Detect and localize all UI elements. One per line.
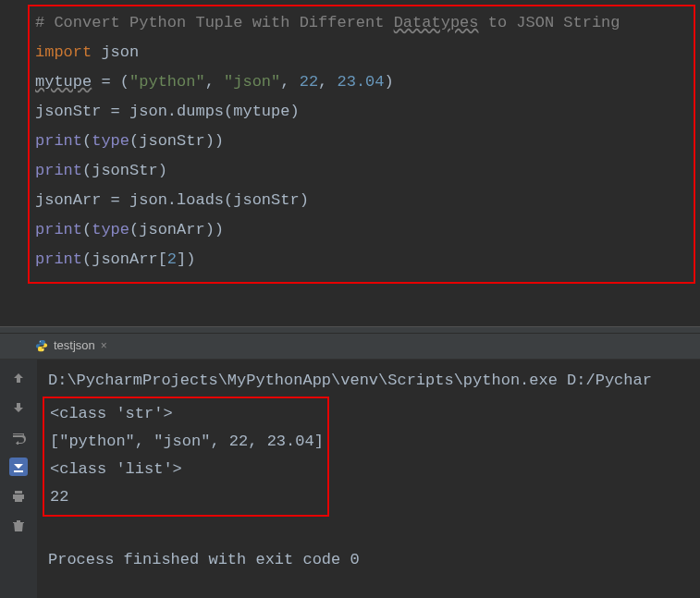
var-name: mytupe xyxy=(35,73,92,91)
code-line[interactable]: # Convert Python Tuple with Different Da… xyxy=(35,8,688,38)
builtin-type: type xyxy=(92,221,129,238)
method-call: json.dumps xyxy=(129,103,224,120)
editor-area: # Convert Python Tuple with Different Da… xyxy=(0,0,700,326)
string-literal: "python" xyxy=(129,73,205,91)
command-line: D:\PycharmProjects\MyPythonApp\venv\Scri… xyxy=(48,367,693,395)
console-output[interactable]: D:\PycharmProjects\MyPythonApp\venv\Scri… xyxy=(37,360,700,598)
code-line[interactable]: mytupe = ("python", "json", 22, 23.04) xyxy=(35,67,688,97)
run-tab-label: testjson xyxy=(54,338,95,352)
run-tab-testjson[interactable]: testjson × xyxy=(28,336,115,357)
code-line[interactable]: print(type(jsonArr)) xyxy=(35,215,688,245)
code-line[interactable]: print(jsonArr[2]) xyxy=(35,245,688,275)
scroll-to-end-icon[interactable] xyxy=(9,458,28,476)
panel-divider[interactable] xyxy=(0,326,700,334)
builtin-print: print xyxy=(35,132,82,150)
comment-text: # Convert Python Tuple with Different Da… xyxy=(35,14,620,31)
number-literal: 22 xyxy=(300,73,318,91)
builtin-print: print xyxy=(35,221,82,238)
builtin-print: print xyxy=(35,162,82,179)
code-line[interactable]: jsonStr = json.dumps(mytupe) xyxy=(35,97,688,127)
run-body: D:\PycharmProjects\MyPythonApp\venv\Scri… xyxy=(0,360,700,598)
module-name: json xyxy=(92,43,139,61)
output-line: ["python", "json", 22, 23.04] xyxy=(50,428,322,456)
output-highlight-box: <class 'str'> ["python", "json", 22, 23.… xyxy=(43,397,329,517)
blank-line xyxy=(48,519,693,546)
code-line[interactable]: import json xyxy=(35,38,688,67)
output-line: <class 'list'> xyxy=(50,456,322,483)
code-line[interactable]: print(jsonStr) xyxy=(35,156,688,186)
print-icon[interactable] xyxy=(9,487,28,506)
code-line[interactable]: print(type(jsonStr)) xyxy=(35,127,688,156)
exit-line: Process finished with exit code 0 xyxy=(48,546,693,574)
scroll-down-icon[interactable] xyxy=(9,398,28,417)
python-file-icon xyxy=(35,339,48,352)
builtin-type: type xyxy=(92,132,129,150)
output-line: <class 'str'> xyxy=(50,400,322,428)
svg-point-1 xyxy=(43,349,43,350)
builtin-print: print xyxy=(35,250,82,268)
code-highlight-box: # Convert Python Tuple with Different Da… xyxy=(28,5,695,284)
trash-icon[interactable] xyxy=(9,517,28,535)
var-name: jsonArr xyxy=(35,191,101,209)
output-line: 22 xyxy=(50,483,322,511)
number-literal: 23.04 xyxy=(338,73,385,91)
run-tab-bar: testjson × xyxy=(0,334,700,360)
scroll-up-icon[interactable] xyxy=(9,369,28,387)
svg-point-0 xyxy=(40,340,41,341)
var-name: jsonStr xyxy=(35,103,101,120)
run-tool-window: testjson × D:\PycharmPro xyxy=(0,334,700,598)
soft-wrap-icon[interactable] xyxy=(9,428,28,446)
code-line[interactable]: jsonArr = json.loads(jsonStr) xyxy=(35,186,688,215)
method-call: json.loads xyxy=(129,191,224,209)
string-literal: "json" xyxy=(224,73,280,91)
number-literal: 2 xyxy=(167,250,177,268)
run-gutter xyxy=(0,360,37,598)
close-tab-icon[interactable]: × xyxy=(101,339,107,352)
keyword-import: import xyxy=(35,43,92,61)
